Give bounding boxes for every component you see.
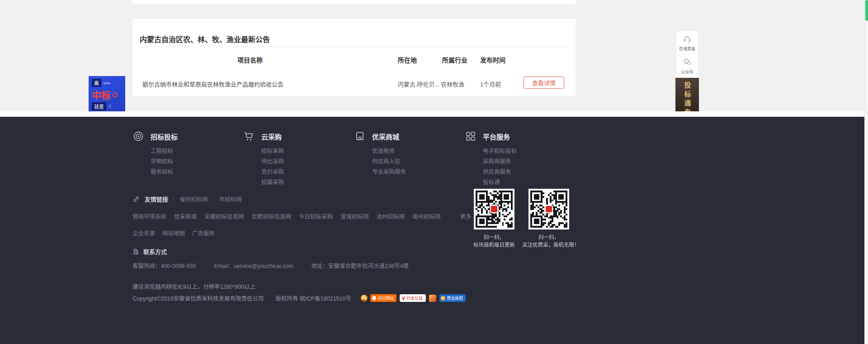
previous-content-remnant <box>132 0 576 4</box>
industry-cert-badge[interactable]: V行业认证 <box>400 294 426 302</box>
table-header: 项目名称 所在地 所属行业 发布时间 <box>132 55 576 64</box>
friend-links-title: 友情链接 <box>145 195 168 203</box>
ad-tag-row: 离 »»» <box>92 79 122 87</box>
wechat-icon <box>683 57 692 67</box>
grid-icon <box>465 130 476 142</box>
footer-link[interactable]: 投标通 <box>483 179 500 186</box>
announcement-panel: 内蒙古自治区农、林、牧、渔业最新公告 项目名称 所在地 所属行业 发布时间 额尔… <box>132 19 576 96</box>
friend-tab-province[interactable]: 省份招标网 <box>179 195 208 203</box>
building-icon <box>132 248 139 255</box>
row-location: 内蒙古,呼伦贝... <box>398 80 439 88</box>
table-row[interactable]: 额尔古纳市林业和草原局农林牧渔业产品履约验收公告 内蒙古,呼伦贝... 农林牧渔… <box>132 74 576 93</box>
partner-link[interactable]: 优采商城 <box>174 212 197 220</box>
footer-link[interactable]: 货物招标 <box>151 158 173 165</box>
partner-link[interactable]: 池州招标网 <box>377 212 405 220</box>
qr-caption-line2: 关注优质采，商机无限！ <box>522 241 576 249</box>
qr-code-area: 扫一扫， 标讯商机每日更新 扫一扫， 关注优质采，商机无限！ <box>467 189 576 249</box>
partner-link[interactable]: 安徽招标信息网 <box>204 212 244 220</box>
footer-link[interactable]: 服务招标 <box>151 169 173 175</box>
footer-link[interactable]: 询比采购 <box>261 158 284 165</box>
ad-subline: 就差 ☝ <box>92 102 122 110</box>
footer-col-bidding: 招标投标 工程招标 货物招标 服务招标 <box>132 130 243 188</box>
scrollbar-thumb[interactable] <box>865 0 868 21</box>
partner-link[interactable]: 亳州招标网 <box>412 212 441 220</box>
footer-link[interactable]: 优选物资 <box>372 148 395 154</box>
pointer-hand-icon: ☝ <box>108 103 111 110</box>
site-link[interactable]: 网站地图 <box>162 229 185 237</box>
qr-caption-line1: 扫一扫， <box>467 234 521 241</box>
footer-nav-columns: 招标投标 工程招标 货物招标 服务招标 <box>132 117 576 188</box>
ad-headline-text: 中标 <box>92 88 111 101</box>
qr-code-image <box>474 189 514 229</box>
ad-tag: 离 <box>92 79 101 87</box>
pre-footer-band <box>0 111 868 117</box>
site-link[interactable]: 企业名录 <box>132 229 155 237</box>
trusted-site-badge[interactable]: 可信网站 <box>370 294 396 302</box>
target-ring-icon <box>113 92 118 97</box>
contact-title: 联系方式 <box>143 247 167 256</box>
footer-link[interactable]: 招标采购 <box>261 148 284 154</box>
footer-link[interactable]: 供应商入驻 <box>372 158 401 165</box>
certification-badges: 可信网站 V行业认证 营业执照 <box>360 294 466 302</box>
footer-link[interactable]: 专业采购服务 <box>372 169 406 175</box>
project-title-link[interactable]: 额尔古纳市林业和草原局农林牧渔业产品履约验收公告 <box>142 80 283 88</box>
business-license-badge[interactable]: 营业执照 <box>439 294 466 302</box>
site-link[interactable]: 广告服务 <box>192 229 215 237</box>
footer-link[interactable]: 采购商服务 <box>483 158 511 165</box>
email: Email：service@youzhicai.com <box>214 261 293 270</box>
business-license-label: 营业执照 <box>447 295 463 301</box>
trusted-site-label: 可信网站 <box>377 295 394 301</box>
footer-col-title: 平台服务 <box>483 132 510 141</box>
wechat-label: 公众号 <box>681 68 693 75</box>
headset-icon <box>683 34 692 43</box>
storefront-icon <box>354 130 366 142</box>
footer-col-cloud-procurement: 云采购 招标采购 询比采购 竞价采购 招募采购 <box>243 130 354 188</box>
online-service-label: 在线客服 <box>679 45 695 51</box>
brand-logo-icon <box>490 205 498 213</box>
footer-link[interactable]: 电子招标投标 <box>483 148 517 154</box>
address: 地址：安徽省合肥市包河大道236号4楼 <box>311 261 409 270</box>
medal-badge-icon[interactable] <box>360 295 367 302</box>
column-location: 所在地 <box>398 55 417 64</box>
industry-cert-label: 行业认证 <box>406 295 423 301</box>
friend-tab-city[interactable]: 市招标网 <box>219 195 242 203</box>
page-scrollbar <box>864 0 868 344</box>
wechat-official-button[interactable]: 公众号 <box>676 54 698 77</box>
footer-col-title: 优采商城 <box>372 132 399 141</box>
qr-item-follow-wechat: 扫一扫， 关注优质采，商机无限！ <box>522 189 576 249</box>
row-publish-time: 1个月前 <box>480 80 501 88</box>
partner-link[interactable]: 宣城招标网 <box>340 212 369 220</box>
browser-tip: 建议浏览器内核在IE9以上，分辨率1280*800以上 <box>132 282 576 291</box>
link-icon <box>132 196 140 203</box>
qr-item-daily-updates: 扫一扫， 标讯商机每日更新 <box>467 189 521 249</box>
contact-row: 客服热线：400-0099-555 Email：service@youzhica… <box>132 261 576 270</box>
copyright-text: Copyright©2016安徽省优质采科技发展有限责任公司 <box>132 294 264 302</box>
credit-badge-icon[interactable] <box>429 295 436 302</box>
column-publish-time: 发布时间 <box>480 55 505 64</box>
view-detail-button[interactable]: 查看详情 <box>524 76 564 89</box>
target-icon <box>132 130 144 142</box>
partner-link[interactable]: 营商环境系统 <box>132 212 166 220</box>
footer-link[interactable]: 供应商服务 <box>483 169 511 175</box>
column-project-name: 项目名称 <box>132 55 368 64</box>
brand-logo-icon <box>545 205 553 213</box>
column-industry: 所属行业 <box>442 55 467 64</box>
online-service-button[interactable]: 在线客服 <box>676 31 698 54</box>
ad-headline: 中标 <box>92 88 122 101</box>
row-industry: 农林牧渔 <box>441 80 464 88</box>
footer-col-title: 招标投标 <box>151 132 178 141</box>
cart-icon <box>243 130 255 142</box>
hotline: 客服热线：400-0099-555 <box>132 261 196 270</box>
footer-col-platform-services: 平台服务 电子招标投标 采购商服务 供应商服务 投标通 <box>465 130 576 188</box>
footer: 招标投标 工程招标 货物招标 服务招标 <box>0 117 868 344</box>
footer-link[interactable]: 工程招标 <box>151 148 173 154</box>
footer-link[interactable]: 招募采购 <box>261 179 284 186</box>
partner-link[interactable]: 今日招标采购 <box>299 212 333 220</box>
icp-number: 版权所有 皖ICP备18021510号 <box>276 294 351 302</box>
qr-code-image <box>528 189 569 229</box>
v-logo-icon: V <box>402 296 405 301</box>
footer-link[interactable]: 竞价采购 <box>261 169 284 175</box>
partner-link[interactable]: 合肥招标信息网 <box>252 212 292 220</box>
footer-col-title: 云采购 <box>261 132 282 141</box>
qr-caption-line1: 扫一扫， <box>522 234 576 241</box>
